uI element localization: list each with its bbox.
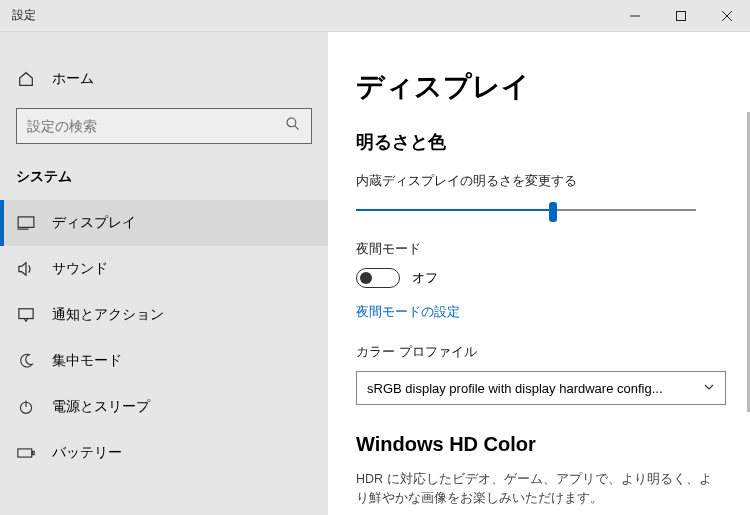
nav-label: バッテリー [52,444,122,462]
svg-rect-8 [19,309,33,319]
nav-label: 通知とアクション [52,306,164,324]
monitor-icon [16,216,36,230]
nav-label: サウンド [52,260,108,278]
svg-line-5 [295,126,299,130]
dropdown-value: sRGB display profile with display hardwa… [367,381,663,396]
slider-thumb[interactable] [549,202,557,222]
moon-icon [16,353,36,369]
nightmode-settings-link[interactable]: 夜間モードの設定 [356,303,460,321]
maximize-button[interactable] [658,0,704,32]
search-box[interactable] [16,108,312,144]
chevron-down-icon [703,381,715,396]
section-brightness: 明るさと色 [356,130,722,154]
sidebar: ホーム システム ディスプレイ サウンド 通知とアクション [0,32,328,515]
svg-rect-11 [18,449,32,457]
nav-label: ディスプレイ [52,214,136,232]
svg-rect-6 [18,217,34,228]
home-icon [16,70,36,88]
sound-icon [16,261,36,277]
power-icon [16,399,36,415]
nav-item-sound[interactable]: サウンド [0,246,328,292]
window-title: 設定 [0,7,48,24]
page-title: ディスプレイ [356,68,722,106]
nav-label: 電源とスリープ [52,398,150,416]
nightmode-toggle[interactable] [356,268,400,288]
hdr-description: HDR に対応したビデオ、ゲーム、アプリで、より明るく、より鮮やかな画像をお楽し… [356,470,722,508]
nav-item-power[interactable]: 電源とスリープ [0,384,328,430]
nightmode-label: 夜間モード [356,240,722,258]
brightness-label: 内蔵ディスプレイの明るさを変更する [356,172,722,190]
titlebar: 設定 [0,0,750,32]
color-profile-label: カラー プロファイル [356,343,722,361]
nav-label: 集中モード [52,352,122,370]
nav-item-battery[interactable]: バッテリー [0,430,328,476]
notification-icon [16,307,36,323]
svg-rect-1 [677,11,686,20]
svg-point-4 [287,118,296,127]
brightness-slider[interactable] [356,200,696,220]
nav-list: ディスプレイ サウンド 通知とアクション 集中モード 電源とスリープ バッテリー [0,200,328,476]
nav-item-display[interactable]: ディスプレイ [0,200,328,246]
nav-item-focus[interactable]: 集中モード [0,338,328,384]
category-label: システム [0,168,328,200]
section-hdr: Windows HD Color [356,433,722,456]
nav-item-notifications[interactable]: 通知とアクション [0,292,328,338]
content: ディスプレイ 明るさと色 内蔵ディスプレイの明るさを変更する 夜間モード オフ … [328,32,750,515]
close-button[interactable] [704,0,750,32]
home-link[interactable]: ホーム [0,62,328,108]
search-icon [285,116,301,136]
nightmode-state: オフ [412,269,438,287]
search-input[interactable] [27,118,285,134]
battery-icon [16,447,36,459]
minimize-button[interactable] [612,0,658,32]
color-profile-dropdown[interactable]: sRGB display profile with display hardwa… [356,371,726,405]
svg-rect-12 [33,451,35,454]
home-label: ホーム [52,70,94,88]
